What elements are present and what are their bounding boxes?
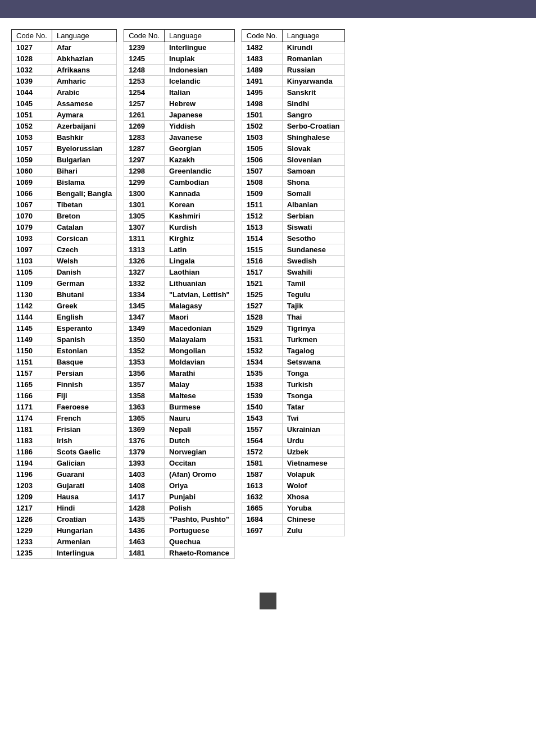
language-cell: Tajik — [282, 300, 344, 312]
code-cell: 1248 — [124, 65, 165, 76]
table-row: 1501Sangro — [242, 110, 344, 121]
code-cell: 1235 — [12, 548, 52, 559]
language-cell: Mongolian — [165, 345, 235, 357]
language-cell: Catalan — [52, 222, 116, 233]
code-cell: 1417 — [124, 491, 165, 503]
language-cell: Greek — [52, 300, 116, 312]
language-cell: Polish — [165, 503, 235, 514]
table-row: 1070Breton — [12, 211, 117, 222]
code-cell: 1044 — [12, 87, 52, 98]
code-cell: 1149 — [12, 334, 52, 345]
language-cell: Abkhazian — [52, 53, 116, 65]
table-row: 1482Kirundi — [242, 42, 344, 53]
language-cell: Basque — [52, 357, 116, 368]
code-cell: 1334 — [124, 289, 165, 300]
language-cell: Portuguese — [165, 525, 235, 536]
code-cell: 1535 — [242, 368, 282, 379]
table-row: 1105Danish — [12, 267, 117, 278]
code-cell: 1070 — [12, 211, 52, 222]
code-cell: 1145 — [12, 323, 52, 334]
language-cell: Spanish — [52, 334, 116, 345]
language-cell: Yoruba — [282, 503, 344, 514]
code-cell: 1498 — [242, 98, 282, 110]
table-row: 1045Assamese — [12, 98, 117, 110]
table-row: 1044Arabic — [12, 87, 117, 98]
table-row: 1531Turkmen — [242, 334, 344, 345]
table-row: 1509Somali — [242, 188, 344, 199]
table-row: 1587Volapuk — [242, 469, 344, 480]
table-row: 1534Setswana — [242, 357, 344, 368]
language-cell: Turkish — [282, 379, 344, 390]
language-cell: Javanese — [165, 132, 235, 143]
code-cell: 1350 — [124, 334, 165, 345]
language-cell: Japanese — [165, 110, 235, 121]
table-row: 1233Armenian — [12, 536, 117, 548]
code-cell: 1393 — [124, 458, 165, 469]
table-row: 1512Serbian — [242, 211, 344, 222]
language-cell: Malagasy — [165, 300, 235, 312]
code-cell: 1512 — [242, 211, 282, 222]
language-cell: Uzbek — [282, 447, 344, 458]
code-cell: 1327 — [124, 267, 165, 278]
code-cell: 1516 — [242, 256, 282, 267]
table-row: 1060Bihari — [12, 166, 117, 177]
language-cell: Interlingua — [52, 548, 116, 559]
table-row: 1508Shona — [242, 177, 344, 188]
language-cell: Breton — [52, 211, 116, 222]
language-cell: Wolof — [282, 480, 344, 491]
language-table-1: Code No. Language 1027Afar1028Abkhazian1… — [11, 29, 117, 559]
table-row: 1253Icelandic — [124, 76, 235, 87]
table-row: 1334"Latvian, Lettish" — [124, 289, 235, 300]
language-cell: Swedish — [282, 256, 344, 267]
table-row: 1307Kurdish — [124, 222, 235, 233]
table-row: 1298Greenlandic — [124, 166, 235, 177]
table-row: 1516Swedish — [242, 256, 344, 267]
table-row: 1521Tamil — [242, 278, 344, 289]
language-cell: Siswati — [282, 222, 344, 233]
table-row: 1059Bulgarian — [12, 154, 117, 166]
code-cell: 1525 — [242, 289, 282, 300]
table-row: 1393Occitan — [124, 458, 235, 469]
code-cell: 1363 — [124, 402, 165, 413]
language-cell: Laothian — [165, 267, 235, 278]
code-cell: 1529 — [242, 323, 282, 334]
code-cell: 1226 — [12, 514, 52, 525]
language-cell: Hungarian — [52, 525, 116, 536]
language-cell: Serbo-Croatian — [282, 121, 344, 132]
table-row: 1363Burmese — [124, 402, 235, 413]
code-cell: 1053 — [12, 132, 52, 143]
code-cell: 1060 — [12, 166, 52, 177]
table-row: 1196Guarani — [12, 469, 117, 480]
table-row: 1103Welsh — [12, 256, 117, 267]
language-cell: Bihari — [52, 166, 116, 177]
table-row: 1109German — [12, 278, 117, 289]
language-cell: Maltese — [165, 390, 235, 402]
code-cell: 1066 — [12, 188, 52, 199]
language-cell: Twi — [282, 413, 344, 424]
table-row: 1514Sesotho — [242, 233, 344, 244]
code-cell: 1032 — [12, 65, 52, 76]
language-cell: Scots Gaelic — [52, 447, 116, 458]
code-cell: 1349 — [124, 323, 165, 334]
table-row: 1356Marathi — [124, 368, 235, 379]
language-cell: Albanian — [282, 199, 344, 211]
language-cell: Setswana — [282, 357, 344, 368]
table-row: 1299Cambodian — [124, 177, 235, 188]
code-cell: 1245 — [124, 53, 165, 65]
language-cell: Sindhi — [282, 98, 344, 110]
code-cell: 1509 — [242, 188, 282, 199]
code-cell: 1299 — [124, 177, 165, 188]
table-row: 1257Hebrew — [124, 98, 235, 110]
code-cell: 1587 — [242, 469, 282, 480]
code-cell: 1052 — [12, 121, 52, 132]
code-cell: 1039 — [12, 76, 52, 87]
code-cell: 1203 — [12, 480, 52, 491]
code-cell: 1305 — [124, 211, 165, 222]
table-row: 1209Hausa — [12, 491, 117, 503]
table-row: 1665Yoruba — [242, 503, 344, 514]
code-cell: 1408 — [124, 480, 165, 491]
language-cell: Kannada — [165, 188, 235, 199]
language-cell: Turkmen — [282, 334, 344, 345]
table-row: 1511Albanian — [242, 199, 344, 211]
table-row: 1226Croatian — [12, 514, 117, 525]
